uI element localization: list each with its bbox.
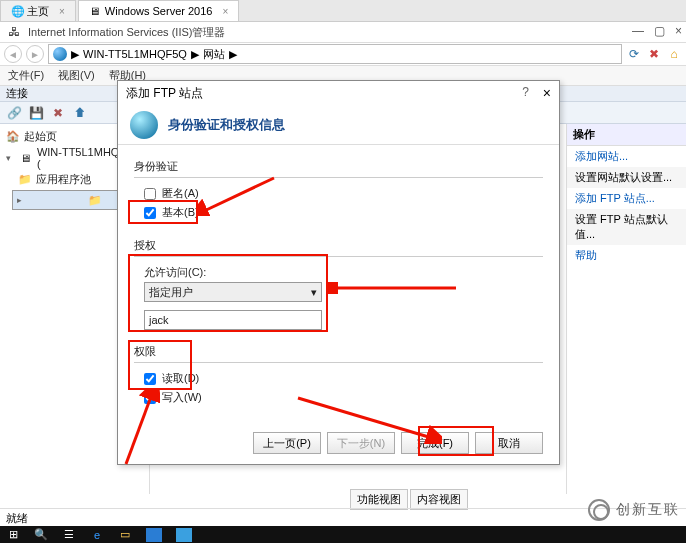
basic-label: 基本(B) bbox=[162, 205, 199, 220]
expander-icon[interactable]: ▾ bbox=[6, 153, 15, 163]
dialog-body: 身份验证 匿名(A) 基本(B) 授权 允许访问(C): 指定用户 ▾ jack… bbox=[118, 145, 559, 421]
nav-back-icon[interactable]: ◄ bbox=[4, 45, 22, 63]
close-icon[interactable]: × bbox=[543, 85, 551, 101]
iis-title-text: Internet Information Services (IIS)管理器 bbox=[28, 25, 225, 40]
finish-button[interactable]: 完成(F) bbox=[401, 432, 469, 454]
dialog-title: 添加 FTP 站点 bbox=[126, 85, 203, 102]
bc-sep: ▶ bbox=[71, 48, 79, 61]
next-button: 下一步(N) bbox=[327, 432, 395, 454]
tab-home-label: 主页 bbox=[27, 4, 49, 19]
home-icon[interactable]: ⌂ bbox=[666, 46, 682, 62]
tab-home[interactable]: 🌐 主页 × bbox=[0, 0, 76, 21]
ftp-dialog: 添加 FTP 站点 ? × 身份验证和授权信息 身份验证 匿名(A) 基本(B)… bbox=[117, 80, 560, 465]
action-set-defaults[interactable]: 设置网站默认设置... bbox=[567, 167, 686, 188]
stop-icon[interactable]: ✖ bbox=[646, 46, 662, 62]
write-label: 写入(W) bbox=[162, 390, 202, 405]
view-content[interactable]: 内容视图 bbox=[410, 489, 468, 510]
anon-checkbox-input[interactable] bbox=[144, 188, 156, 200]
action-help[interactable]: 帮助 bbox=[567, 245, 686, 266]
tab-active[interactable]: 🖥 Windows Server 2016 × bbox=[78, 0, 239, 21]
allow-selected: 指定用户 bbox=[149, 285, 193, 300]
close-icon[interactable]: × bbox=[222, 6, 228, 17]
tree-apppool-label: 应用程序池 bbox=[36, 172, 91, 187]
bc-sep: ▶ bbox=[191, 48, 199, 61]
view-tabs: 功能视图 内容视图 bbox=[350, 489, 468, 510]
close-icon[interactable]: × bbox=[675, 24, 682, 38]
user-input[interactable]: jack bbox=[144, 310, 322, 330]
app-icon[interactable] bbox=[146, 528, 162, 542]
divider bbox=[134, 256, 543, 257]
breadcrumb-bar: ◄ ► ▶ WIN-TT5L1MHQF5Q ▶ 网站 ▶ ⟳ ✖ ⌂ bbox=[0, 42, 686, 66]
anon-label: 匿名(A) bbox=[162, 186, 199, 201]
perm-group-label: 权限 bbox=[134, 344, 543, 359]
watermark-logo-icon bbox=[588, 499, 610, 521]
nav-fwd-icon[interactable]: ► bbox=[26, 45, 44, 63]
basic-checkbox-input[interactable] bbox=[144, 207, 156, 219]
auth-group-label: 身份验证 bbox=[134, 159, 543, 174]
read-checkbox[interactable]: 读取(D) bbox=[144, 371, 543, 386]
dialog-heading: 身份验证和授权信息 bbox=[168, 116, 285, 134]
basic-checkbox[interactable]: 基本(B) bbox=[144, 205, 543, 220]
authz-group-label: 授权 bbox=[134, 238, 543, 253]
chevron-down-icon: ▾ bbox=[311, 286, 317, 299]
edge-icon[interactable]: e bbox=[90, 528, 104, 542]
search-icon[interactable]: 🔍 bbox=[34, 528, 48, 542]
tree-start-label: 起始页 bbox=[24, 129, 57, 144]
browser-tabs: 🌐 主页 × 🖥 Windows Server 2016 × bbox=[0, 0, 686, 22]
windows-icon[interactable]: ⊞ bbox=[6, 528, 20, 542]
server-icon: 🖥 bbox=[89, 5, 101, 17]
refresh-icon[interactable]: ⟳ bbox=[626, 46, 642, 62]
allow-dropdown[interactable]: 指定用户 ▾ bbox=[144, 282, 322, 302]
explorer-icon[interactable]: ▭ bbox=[118, 528, 132, 542]
bc-node: 网站 bbox=[203, 47, 225, 62]
user-input-value: jack bbox=[149, 314, 169, 326]
expander-icon[interactable]: ▸ bbox=[17, 195, 26, 205]
help-icon[interactable]: ? bbox=[522, 85, 529, 99]
cancel-button[interactable]: 取消 bbox=[475, 432, 543, 454]
globe-icon bbox=[130, 111, 158, 139]
dialog-footer: 上一页(P) 下一步(N) 完成(F) 取消 bbox=[253, 432, 543, 454]
actions-header: 操作 bbox=[567, 124, 686, 146]
taskbar: ⊞ 🔍 ☰ e ▭ bbox=[0, 526, 686, 543]
taskview-icon[interactable]: ☰ bbox=[62, 528, 76, 542]
prev-button[interactable]: 上一页(P) bbox=[253, 432, 321, 454]
delete-icon[interactable]: ✖ bbox=[50, 105, 66, 121]
actions-pane: 操作 添加网站... 设置网站默认设置... 添加 FTP 站点... 设置 F… bbox=[566, 124, 686, 494]
view-features[interactable]: 功能视图 bbox=[350, 489, 408, 510]
app-icon[interactable] bbox=[176, 528, 192, 542]
minimize-icon[interactable]: — bbox=[632, 24, 644, 38]
up-icon[interactable]: 🡅 bbox=[72, 105, 88, 121]
watermark-text: 创新互联 bbox=[616, 501, 680, 519]
write-checkbox[interactable]: 写入(W) bbox=[144, 390, 543, 405]
anon-checkbox[interactable]: 匿名(A) bbox=[144, 186, 543, 201]
dialog-header: 身份验证和授权信息 bbox=[118, 105, 559, 145]
breadcrumb[interactable]: ▶ WIN-TT5L1MHQF5Q ▶ 网站 ▶ bbox=[48, 44, 622, 64]
bc-sep: ▶ bbox=[229, 48, 237, 61]
dialog-titlebar: 添加 FTP 站点 ? × bbox=[118, 81, 559, 105]
action-add-ftp[interactable]: 添加 FTP 站点... bbox=[567, 188, 686, 209]
save-icon[interactable]: 💾 bbox=[28, 105, 44, 121]
folder-icon: 📁 bbox=[88, 193, 102, 207]
close-icon[interactable]: × bbox=[59, 6, 65, 17]
divider bbox=[134, 362, 543, 363]
action-set-ftp-defaults[interactable]: 设置 FTP 站点默认值... bbox=[567, 209, 686, 245]
allow-label: 允许访问(C): bbox=[144, 265, 543, 280]
iis-icon: 🖧 bbox=[6, 24, 22, 40]
connect-icon[interactable]: 🔗 bbox=[6, 105, 22, 121]
iis-titlebar: 🖧 Internet Information Services (IIS)管理器… bbox=[0, 22, 686, 42]
bc-server: WIN-TT5L1MHQF5Q bbox=[83, 48, 187, 60]
orb-icon bbox=[53, 47, 67, 61]
status-bar: 就绪 bbox=[0, 508, 686, 526]
watermark: 创新互联 bbox=[588, 499, 680, 521]
server-icon: 🖥 bbox=[19, 151, 33, 165]
menu-file[interactable]: 文件(F) bbox=[8, 68, 44, 83]
action-add-site[interactable]: 添加网站... bbox=[567, 146, 686, 167]
maximize-icon[interactable]: ▢ bbox=[654, 24, 665, 38]
read-checkbox-input[interactable] bbox=[144, 373, 156, 385]
home-icon: 🏠 bbox=[6, 130, 20, 144]
tab-active-label: Windows Server 2016 bbox=[105, 5, 213, 17]
pool-icon: 📁 bbox=[18, 173, 32, 187]
divider bbox=[134, 177, 543, 178]
menu-view[interactable]: 视图(V) bbox=[58, 68, 95, 83]
write-checkbox-input[interactable] bbox=[144, 392, 156, 404]
